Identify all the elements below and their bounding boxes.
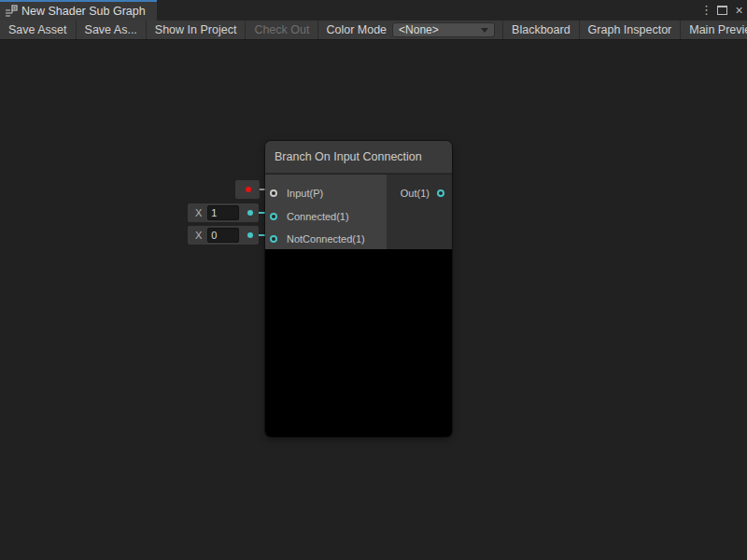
color-mode-value: <None> xyxy=(399,23,439,36)
node-branch-on-input-connection[interactable]: Branch On Input Connection Input(P) Conn… xyxy=(265,141,452,437)
x-axis-label: X xyxy=(195,207,202,218)
more-icon[interactable]: ⋮ xyxy=(700,0,712,21)
save-asset-button[interactable]: Save Asset xyxy=(0,21,77,39)
connected-default-widget: X xyxy=(188,203,259,222)
teal-port-dot-icon xyxy=(247,210,253,216)
input-p-label: Input(P) xyxy=(287,188,323,199)
teal-port-dot-icon xyxy=(247,232,253,238)
graph-toolbar: Save Asset Save As... Show In Project Ch… xyxy=(0,21,747,40)
x-axis-label: X xyxy=(195,230,202,241)
port-row-out: Out(1) xyxy=(401,184,444,203)
close-icon[interactable]: × xyxy=(733,0,745,21)
port-row-input-p: Input(P) xyxy=(270,184,323,203)
graph-inspector-button[interactable]: Graph Inspector xyxy=(579,21,681,39)
chevron-down-icon xyxy=(481,28,488,33)
tab-bar: New Shader Sub Graph ⋮ × xyxy=(0,0,747,21)
maximize-icon[interactable] xyxy=(717,6,727,15)
window-controls: ⋮ × xyxy=(700,0,745,21)
color-mode-label: Color Mode xyxy=(318,21,392,39)
node-title[interactable]: Branch On Input Connection xyxy=(265,141,452,174)
port-row-connected: Connected(1) xyxy=(270,207,349,226)
node-preview xyxy=(265,249,452,437)
input-p-port-icon[interactable] xyxy=(270,189,277,197)
connected-label: Connected(1) xyxy=(287,211,349,222)
port-row-notconnected: NotConnected(1) xyxy=(270,230,365,248)
save-as-button[interactable]: Save As... xyxy=(77,21,147,39)
connected-port-icon[interactable] xyxy=(270,213,277,220)
color-mode-dropdown[interactable]: <None> xyxy=(392,22,495,37)
notconnected-label: NotConnected(1) xyxy=(287,233,365,245)
out-label: Out(1) xyxy=(401,188,430,199)
sub-graph-icon xyxy=(5,5,18,18)
main-preview-button[interactable]: Main Preview xyxy=(680,21,747,39)
node-output-ports: Out(1) xyxy=(387,175,452,249)
show-in-project-button[interactable]: Show In Project xyxy=(147,21,247,39)
toolbar-right-group: Color Mode <None> Blackboard Graph Inspe… xyxy=(318,21,747,39)
blackboard-button[interactable]: Blackboard xyxy=(502,21,579,39)
tab-new-shader-sub-graph[interactable]: New Shader Sub Graph xyxy=(0,0,157,21)
node-input-ports: Input(P) Connected(1) NotConnected(1) xyxy=(265,175,387,249)
input-p-default-widget xyxy=(235,180,260,199)
connected-value-field[interactable] xyxy=(207,205,239,220)
check-out-button: Check Out xyxy=(246,21,318,39)
notconnected-default-widget: X xyxy=(188,226,259,245)
red-port-dot-icon xyxy=(246,187,251,192)
notconnected-port-icon[interactable] xyxy=(270,235,277,243)
notconnected-value-field[interactable] xyxy=(207,228,239,243)
graph-canvas[interactable]: X X Branch On Input Connection Input(P) … xyxy=(0,41,747,560)
tab-title: New Shader Sub Graph xyxy=(21,5,146,18)
out-port-icon[interactable] xyxy=(437,189,444,197)
